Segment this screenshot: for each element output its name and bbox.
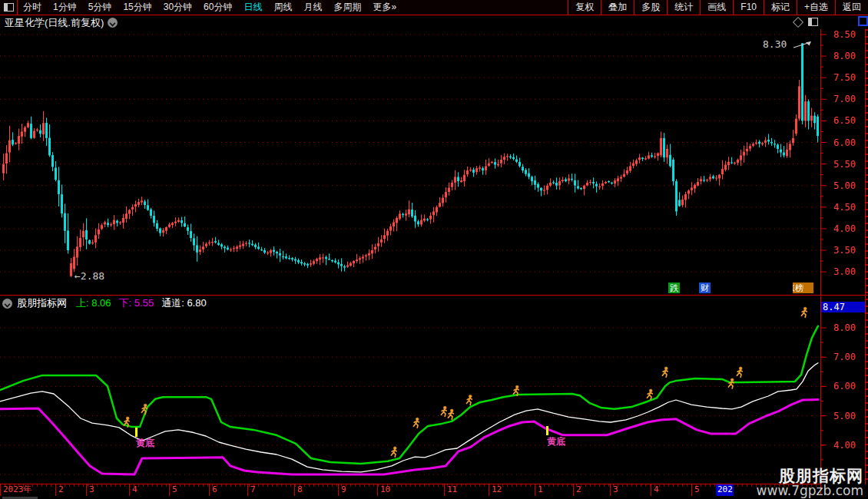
tool-item-+自选[interactable]: +自选: [797, 0, 835, 15]
month-cell-3: 3: [86, 484, 129, 496]
month-cell-9: 9: [338, 484, 377, 496]
watermark-url: www.7gpzb.com: [757, 484, 863, 498]
month-cell-7: 7: [247, 484, 294, 496]
month-cell-3: 3: [610, 484, 651, 496]
indicator-plot[interactable]: [0, 311, 820, 484]
arrow-right-icon: [793, 39, 814, 50]
event-badge-涨榜[interactable]: 涨榜: [793, 283, 813, 293]
window-layout-button[interactable]: [0, 0, 18, 15]
split-view-icon: [808, 18, 818, 26]
indicator-header: 股朋指标网 上: 8.06 下: 5.55 通道: 6.80: [2, 297, 207, 309]
link-square-icon[interactable]: [858, 16, 868, 26]
x-axis[interactable]: 2023年2345678910111212345202: [0, 484, 820, 497]
tool-item-叠加[interactable]: 叠加: [601, 0, 634, 15]
y-label-8.50: 8.50: [833, 30, 856, 39]
status-sliver: [0, 496, 868, 499]
tool-item-画线[interactable]: 画线: [700, 0, 733, 15]
high-price-label: 8.30: [763, 38, 787, 50]
month-cell-4: 4: [651, 484, 691, 496]
sub-y-label-7.00: 7.00: [833, 352, 856, 362]
low-price-label: ←2.88: [75, 270, 104, 282]
month-cell-8: 8: [294, 484, 338, 496]
period-item-日线[interactable]: 日线: [244, 0, 262, 15]
period-item-分时[interactable]: 分时: [23, 0, 41, 15]
trading-app-window: 分时1分钟5分钟15分钟30分钟60分钟日线周线月线多周期更多» 复权叠加多股统…: [0, 0, 868, 499]
axis-divider: [820, 29, 821, 495]
stock-title-text: 亚星化学(日线.前复权): [5, 17, 104, 28]
indicator-param-lower: 下: 5.55: [119, 296, 154, 310]
tool-item-复权[interactable]: 复权: [568, 0, 601, 15]
sub-y-label-6.00: 6.00: [833, 382, 856, 391]
period-item-更多»[interactable]: 更多»: [373, 0, 396, 15]
y-label-4.50: 4.50: [833, 203, 856, 212]
watermark-site-name: 股朋指标网: [757, 468, 863, 484]
tool-item-统计[interactable]: 统计: [667, 0, 700, 15]
month-cell-11: 11: [444, 484, 489, 496]
y-label-5.50: 5.50: [833, 160, 856, 169]
diamond-icon[interactable]: [793, 17, 803, 28]
y-label-7.50: 7.50: [833, 73, 856, 82]
period-item-1分钟[interactable]: 1分钟: [53, 0, 77, 15]
month-cell-12: 12: [489, 484, 535, 496]
period-menu: 分时1分钟5分钟15分钟30分钟60分钟日线周线月线多周期更多»: [23, 0, 396, 15]
tool-item-标记[interactable]: 标记: [764, 0, 797, 15]
period-item-5分钟[interactable]: 5分钟: [88, 0, 112, 15]
panel-divider[interactable]: [0, 295, 868, 296]
event-badge-财[interactable]: 财: [699, 283, 711, 293]
y-label-4.00: 4.00: [833, 224, 856, 233]
signal-tick: [135, 428, 137, 437]
indicator-param-upper: 上: 8.06: [76, 296, 111, 310]
high-annotation: 8.30: [763, 38, 814, 50]
event-badge-跌[interactable]: 跌: [668, 283, 680, 293]
watermark: 股朋指标网 www.7gpzb.com: [757, 468, 863, 498]
period-item-多周期[interactable]: 多周期: [333, 0, 361, 15]
y-label-6.50: 6.50: [833, 116, 856, 125]
period-item-30分钟[interactable]: 30分钟: [164, 0, 192, 15]
y-label-8.00: 8.00: [833, 51, 856, 61]
period-item-周线[interactable]: 周线: [273, 0, 292, 15]
month-cell-5: 5: [169, 484, 209, 496]
period-item-60分钟[interactable]: 60分钟: [204, 0, 232, 15]
main-chart-plot[interactable]: [0, 29, 820, 295]
month-cell-10: 10: [377, 484, 444, 496]
signal-label: 黄底: [136, 437, 154, 450]
month-cell-5: 5: [691, 484, 716, 496]
indicator-param-channel: 通道: 6.80: [161, 296, 207, 310]
period-item-月线[interactable]: 月线: [303, 0, 322, 15]
month-cell-6: 6: [209, 484, 247, 496]
tool-item-返回[interactable]: 返回: [835, 0, 868, 15]
month-cell-202: 202: [716, 484, 734, 496]
month-cell-1: 1: [535, 484, 573, 496]
chevron-down-icon[interactable]: [108, 18, 118, 28]
signal-tick: [546, 426, 548, 435]
low-annotation: ←2.88: [75, 270, 104, 282]
y-label-3.50: 3.50: [833, 246, 856, 255]
sub-y-label-4.00: 4.00: [833, 441, 856, 450]
indicator-name[interactable]: 股朋指标网: [17, 296, 67, 310]
collapse-panel-icon[interactable]: [2, 299, 12, 309]
y-label-3.00: 3.00: [833, 267, 856, 276]
top-toolbar: 分时1分钟5分钟15分钟30分钟60分钟日线周线月线多周期更多» 复权叠加多股统…: [0, 0, 868, 15]
period-item-15分钟[interactable]: 15分钟: [123, 0, 151, 15]
tools-menu: 复权叠加多股统计画线F10标记+自选返回: [568, 0, 868, 15]
split-view-button[interactable]: [808, 18, 818, 26]
indicator-value-tag: 8.47: [821, 302, 865, 312]
sub-y-label-8.00: 8.00: [833, 323, 856, 332]
split-view-icon: [4, 3, 14, 12]
y-label-5.00: 5.00: [833, 181, 856, 190]
stock-title: 亚星化学(日线.前复权): [5, 16, 118, 30]
month-cell-2023年: 2023年: [0, 484, 55, 496]
tool-item-多股[interactable]: 多股: [634, 0, 667, 15]
signal-label: 黄底: [547, 435, 565, 448]
month-cell-2: 2: [55, 484, 86, 496]
month-cell-2: 2: [573, 484, 610, 496]
y-label-7.00: 7.00: [833, 94, 856, 104]
y-label-6.00: 6.00: [833, 138, 856, 147]
right-edge-strip: [865, 29, 868, 495]
tool-item-F10[interactable]: F10: [733, 0, 764, 15]
month-cell-4: 4: [129, 484, 169, 496]
sub-y-label-5.00: 5.00: [833, 411, 856, 421]
